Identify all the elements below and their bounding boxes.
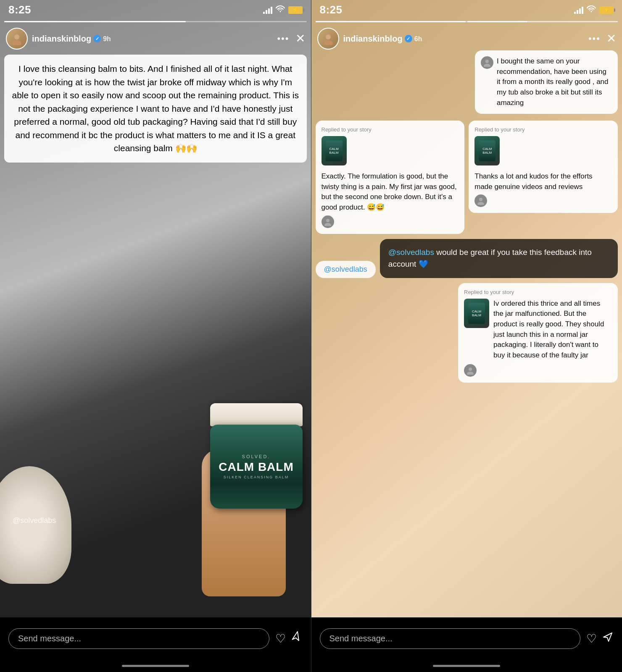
right-avatar [317,28,339,50]
svg-point-3 [324,40,333,45]
dm-card-1-text: I bought the same on your recommendation… [497,56,612,108]
feedback-mention: @solvedlabs [388,248,434,257]
left-more-options[interactable]: ••• [277,34,289,43]
left-bottom-bar: Send message... ♡ [0,617,311,659]
dm-card-3-thumb: CALM BALM [474,136,500,165]
dm-card-1: I bought the same on your recommendation… [475,50,618,114]
svg-point-5 [484,64,490,67]
left-story-time: 9h [103,35,111,43]
svg-point-1 [12,40,21,45]
dm-card-4-text: Iv ordered this thrice and all times the… [493,299,612,361]
feedback-bubble: @solvedlabs would be great if you take t… [380,239,618,278]
left-user-info: indianskinblog ✓ 9h [32,34,277,44]
left-story-header: indianskinblog ✓ 9h ••• ✕ [0,24,311,53]
dm-row-2-3: Replied to your story CALM BALM Exactly.… [316,121,618,234]
left-phone-screen: Solved. CALM BALM SILKEN CLEANSING BALM … [0,0,311,617]
svg-point-9 [477,202,484,205]
dm-card-1-sender: I bought the same on your recommendation… [481,56,612,108]
dm-avatar-2 [322,215,334,228]
product-jar: Solved. CALM BALM SILKEN CLEANSING BALM [210,403,303,504]
left-heart-icon[interactable]: ♡ [275,632,286,646]
left-time: 8:25 [8,3,31,16]
battery-icon: ⚡ [288,6,303,14]
right-verified-badge: ✓ [405,35,412,42]
right-send-placeholder: Send message... [329,634,393,643]
right-story-actions[interactable]: ••• ✕ [588,33,616,45]
wifi-icon [276,5,285,14]
left-verified-badge: ✓ [93,35,101,42]
dm-card-2-avatar-row [322,215,459,228]
dm-card-2-inner: CALM BALM [322,136,459,169]
right-home-bar [433,665,500,667]
dm-card-2-thumb: CALM BALM [322,136,347,165]
pill-mention: @solvedlabs [324,265,367,273]
dm-thumb-4-inner: CALM BALM [464,299,489,328]
solved-labs-pill: @solvedlabs [316,261,376,278]
jar-name: CALM BALM [219,461,294,474]
right-progress-1-fill [316,21,466,22]
right-user-info: indianskinblog ✓ 6h [343,34,588,44]
left-send-placeholder: Send message... [18,634,81,643]
dm-card-2-replied: Replied to your story [322,126,459,133]
right-close-button[interactable]: ✕ [606,33,616,45]
jar-subtitle: SILKEN CLEANSING BALM [224,475,289,479]
right-battery-icon: ⚡ [599,6,614,14]
dm-card-1-wrapper: I bought the same on your recommendation… [316,50,618,114]
dm-card-3-avatar-row [474,194,612,207]
hand-product-area: Solved. CALM BALM SILKEN CLEANSING BALM [177,336,311,596]
dm-card-3-inner: CALM BALM [474,136,612,169]
left-message-input[interactable]: Send message... [8,628,269,649]
right-send-icon[interactable] [602,631,614,646]
left-status-icons: ⚡ [263,5,303,14]
svg-point-8 [479,198,482,201]
right-story-time: 6h [414,35,422,43]
dm-card-4: Replied to your story CALM BALM Iv order… [458,283,618,383]
jar-brand: Solved. [242,454,271,459]
dm-avatar-3 [474,194,487,207]
dm-card-2-text: Exactly. The formulation is good, but th… [322,171,459,213]
left-story-progress-fill [4,21,186,22]
left-home-indicator [0,659,311,672]
right-more-options[interactable]: ••• [588,34,601,43]
left-send-icon[interactable] [288,629,306,648]
right-heart-icon[interactable]: ♡ [586,632,597,646]
dm-card-3-replied: Replied to your story [474,126,612,133]
left-story-text: I love this cleansing balm to bits. And … [11,62,300,155]
svg-point-4 [485,60,489,63]
dm-avatar-4 [464,364,477,377]
right-username: indianskinblog ✓ 6h [343,34,588,44]
right-wifi-icon [587,5,596,14]
left-story-text-box: I love this cleansing balm to bits. And … [4,55,307,163]
feedback-row: @solvedlabs @solvedlabs would be great i… [316,239,618,278]
left-avatar [6,28,28,50]
right-story-header: indianskinblog ✓ 6h ••• ✕ [311,24,622,53]
right-message-input-wrapper: Send message... [320,628,581,649]
dm-card-3-text: Thanks a lot and kudos for the efforts m… [474,171,612,192]
right-status-icons: ⚡ [574,5,614,14]
right-phone-screen: 8:25 ⚡ [311,0,622,617]
dm-avatar-1 [481,56,493,69]
dm-card-4-inner: CALM BALM Iv ordered this thrice and all… [464,299,612,361]
svg-point-2 [326,34,331,39]
right-progress-2-fill [467,21,527,22]
left-bottom-section: Send message... ♡ [0,617,311,672]
left-story-actions[interactable]: ••• ✕ [277,33,305,45]
svg-point-10 [469,368,472,371]
svg-point-7 [324,223,331,226]
dm-thumb-3-inner: CALM BALM [474,136,500,165]
right-home-indicator [311,659,622,672]
left-status-bar: 8:25 ⚡ [0,0,311,18]
right-time: 8:25 [320,3,343,16]
right-progress-1 [316,21,466,22]
left-home-bar [122,665,189,667]
right-bottom-bar: Send message... ♡ [311,617,622,659]
right-bottom-section: Send message... ♡ [311,617,622,672]
dm-card-4-avatar-row [464,364,612,377]
jar-body: Solved. CALM BALM SILKEN CLEANSING BALM [210,425,303,509]
dm-messages-area: I bought the same on your recommendation… [316,50,618,567]
right-message-input[interactable]: Send message... [320,628,581,649]
right-signal-icon [574,6,583,14]
svg-point-0 [14,34,19,39]
left-close-button[interactable]: ✕ [295,33,305,45]
left-message-input-wrapper: Send message... [8,628,269,649]
